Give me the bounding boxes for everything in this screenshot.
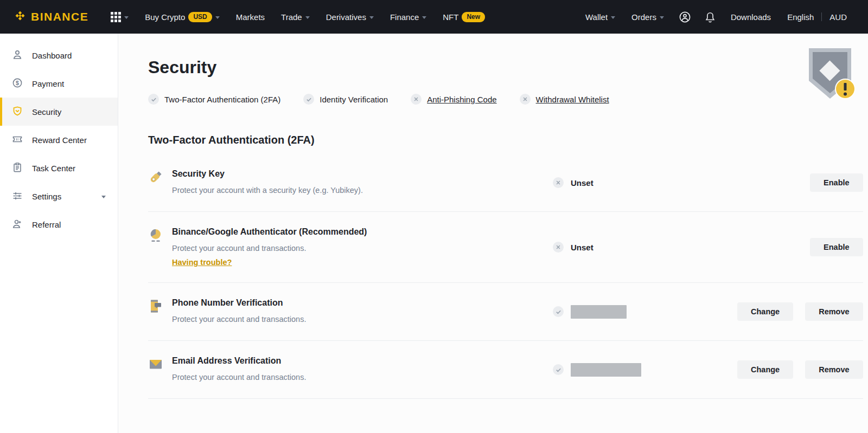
row-description: Protect your account with a security key… [172,185,363,196]
chevron-down-icon [422,16,426,19]
divider [821,12,822,21]
security-key-status: Unset [553,177,737,188]
nav-item-buy-crypto[interactable]: Buy Crypto USD [145,12,220,22]
profile-icon[interactable] [679,11,691,23]
row-title: Security Key [172,169,363,179]
having-trouble-link[interactable]: Having trouble? [172,258,232,267]
sidebar-item-reward-center[interactable]: Reward Center [0,126,118,154]
apps-grid-icon [111,12,121,22]
redacted-email-address [571,363,641,377]
dollar-circle-icon: $ [12,77,23,90]
nav-item-derivatives[interactable]: Derivatives [326,12,374,22]
check-icon [148,94,159,105]
enable-security-key-button[interactable]: Enable [810,173,863,192]
sliders-icon [12,190,23,203]
email-verification-status [553,363,737,377]
shield-icon [12,106,23,118]
status-item-withdrawal-whitelist[interactable]: Withdrawal Whitelist [520,94,609,105]
phone-verification-status [553,305,737,319]
language-selector[interactable]: English [787,12,814,22]
sidebar-item-task-center[interactable]: Task Center [0,154,118,182]
x-icon [553,242,564,253]
row-title: Binance/Google Authenticator (Recommende… [172,227,367,237]
nav-item-orders[interactable]: Orders [631,12,664,22]
row-description: Protect your account and transactions. [172,314,306,325]
status-item-anti-phishing-code[interactable]: Anti-Phishing Code [411,94,496,105]
brand-name: BINANCE [31,10,88,23]
security-level-shield-icon [805,46,856,104]
status-item-2fa[interactable]: Two-Factor Authentication (2FA) [148,94,280,105]
nav-item-markets[interactable]: Markets [236,12,265,22]
chevron-down-icon [215,16,220,19]
row-description: Protect your account and transactions. [172,372,306,383]
x-icon [553,177,564,188]
check-icon [553,364,564,375]
nav-item-nft[interactable]: NFT New [443,12,485,22]
binance-logo[interactable]: BINANCE [13,9,88,25]
chevron-down-icon [660,16,664,19]
status-label: Unset [571,243,593,252]
status-item-identity-verification[interactable]: Identity Verification [303,94,388,105]
sidebar-item-referral[interactable]: Referral [0,210,118,238]
top-navbar: BINANCE Buy Crypto USD Markets Trade Der… [0,0,868,34]
sidebar-item-dashboard[interactable]: Dashboard [0,41,118,69]
nav-item-wallet[interactable]: Wallet [585,12,615,22]
check-icon [553,306,564,317]
chevron-down-icon [101,196,106,198]
phone-icon [148,298,163,316]
sidebar-item-settings[interactable]: Settings [0,182,118,210]
sidebar: Dashboard $ Payment Security [0,34,118,433]
x-icon [520,94,531,105]
chevron-down-icon [369,16,374,19]
x-icon [411,94,422,105]
remove-email-button[interactable]: Remove [805,360,863,379]
currency-selector[interactable]: AUD [829,12,847,22]
status-label: Unset [571,178,593,188]
email-verification-row: Email Address Verification Protect your … [148,341,863,399]
new-badge: New [462,12,485,22]
email-icon [148,356,163,374]
authenticator-row: Binance/Google Authenticator (Recommende… [148,212,863,283]
chevron-down-icon [305,16,310,19]
svg-text:$: $ [16,79,19,86]
page-title: Security [148,57,863,77]
user-icon [12,49,23,62]
row-title: Email Address Verification [172,356,306,366]
section-title-2fa: Two-Factor Authentication (2FA) [148,134,863,146]
usd-badge: USD [188,12,212,22]
nav-item-downloads[interactable]: Downloads [731,12,771,22]
chevron-down-icon [611,16,615,19]
security-key-row: Security Key Protect your account with a… [148,154,863,212]
apps-menu[interactable] [111,12,129,22]
authenticator-icon [148,227,163,245]
sidebar-item-security[interactable]: Security [0,98,118,126]
chevron-down-icon [124,16,129,19]
enable-authenticator-button[interactable]: Enable [810,238,863,256]
check-icon [303,94,314,105]
row-description: Protect your account and transactions. [172,243,367,254]
change-phone-button[interactable]: Change [737,302,793,321]
remove-phone-button[interactable]: Remove [805,302,863,321]
change-email-button[interactable]: Change [737,360,793,379]
user-plus-icon [12,218,23,231]
row-title: Phone Number Verification [172,298,306,308]
redacted-phone-number [571,305,627,319]
main-content: Security Two-Factor Authentication (2FA)… [118,34,868,433]
sidebar-item-payment[interactable]: $ Payment [0,69,118,98]
nav-item-finance[interactable]: Finance [390,12,426,22]
security-key-icon [148,169,163,187]
phone-verification-row: Phone Number Verification Protect your a… [148,283,863,341]
binance-logo-icon [13,9,27,25]
notifications-bell-icon[interactable] [704,11,716,23]
authenticator-status: Unset [553,242,737,253]
clipboard-icon [12,162,23,175]
nav-item-trade[interactable]: Trade [281,12,310,22]
security-status-row: Two-Factor Authentication (2FA) Identity… [148,94,863,105]
ticket-icon [12,134,23,146]
